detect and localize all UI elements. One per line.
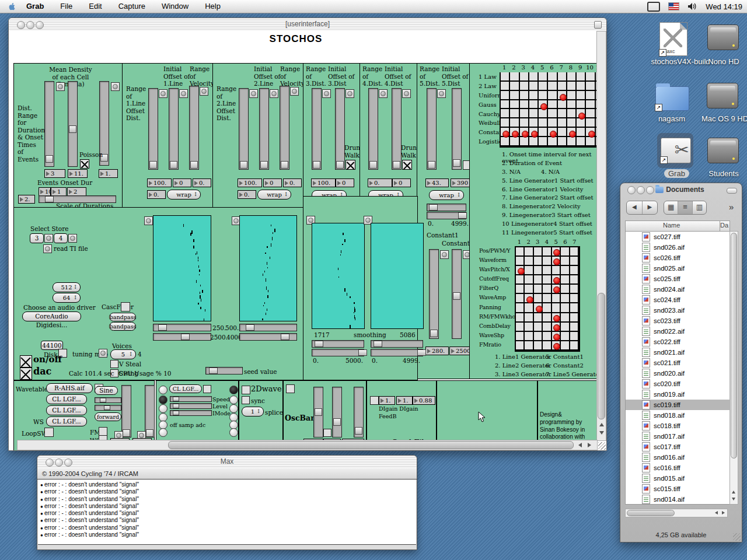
select-toggle[interactable]	[44, 234, 53, 243]
scroll-up-arrow[interactable]	[732, 491, 735, 494]
slider-toggle[interactable]	[249, 89, 258, 98]
file-row[interactable]: snd022.aif	[626, 326, 729, 337]
name-column-header[interactable]: Name	[663, 222, 680, 229]
file-row[interactable]: sc017.tiff	[626, 442, 729, 452]
window-titlebar[interactable]: [userinterface]	[9, 18, 606, 32]
dist4-range-slider[interactable]	[368, 88, 378, 170]
pstart-slider[interactable]	[121, 385, 131, 438]
numbox[interactable]: 0	[392, 178, 411, 187]
constant1-slider[interactable]	[429, 249, 439, 339]
num-slider[interactable]	[313, 387, 323, 438]
dist5-hslider-2[interactable]	[427, 212, 466, 219]
crossmod-radio-l3[interactable]	[159, 404, 167, 413]
file-row[interactable]: sc020.tiff	[626, 379, 729, 389]
file-row[interactable]: snd023.aif	[626, 305, 729, 316]
crossmod-radio-r1[interactable]	[229, 386, 238, 394]
numbox[interactable]: 100.	[147, 178, 172, 187]
combfilter-checkbox[interactable]	[370, 396, 379, 405]
slider-toggle[interactable]	[345, 89, 354, 98]
grid1-matrix[interactable]	[500, 72, 605, 148]
file-row[interactable]: sc022.tiff	[626, 337, 729, 347]
file-row[interactable]: sc015.tiff	[626, 484, 729, 494]
displays-menu-icon[interactable]	[647, 2, 660, 12]
scope1-slider-1[interactable]	[153, 324, 211, 331]
file-row[interactable]: snd025.aif	[626, 263, 729, 274]
numbox[interactable]: 1.	[99, 169, 118, 178]
scroll-down-arrow[interactable]	[732, 498, 735, 501]
slider-toggle[interactable]	[159, 89, 167, 98]
wavetable-lgf-button-1[interactable]: CL LGF...	[46, 394, 87, 404]
bandpass-button-1[interactable]: bandpass	[109, 313, 136, 321]
back-button[interactable]	[627, 201, 642, 214]
splice-dropdown[interactable]: 1	[242, 407, 264, 416]
line2-range-slider[interactable]	[239, 88, 249, 170]
slider-toggle[interactable]	[56, 82, 65, 91]
menu-item[interactable]: Help	[197, 0, 229, 13]
desktop-icon-nono-hd[interactable]: Nono HD	[703, 24, 744, 71]
pstop-slider[interactable]	[145, 385, 155, 438]
numbox[interactable]: 1	[51, 187, 67, 196]
wavetable-lgf-button-2[interactable]: CL LGF...	[46, 405, 87, 415]
column-view-button[interactable]	[692, 201, 706, 214]
slider-toggle[interactable]	[437, 89, 446, 98]
drunk-walk-checkbox[interactable]	[402, 160, 412, 170]
slider-toggle[interactable]	[440, 250, 449, 259]
vector-size-dropdown[interactable]: 64	[53, 293, 81, 303]
oscbank-checkbox[interactable]	[286, 384, 295, 393]
scroll-left-arrow[interactable]	[578, 443, 582, 447]
bandpass-button-2[interactable]: bandpass	[109, 322, 136, 331]
scope3-slider-1[interactable]	[312, 340, 364, 348]
horizontal-scrollbar[interactable]	[17, 440, 598, 450]
read-ti-toggle[interactable]	[43, 244, 52, 253]
date-column-header[interactable]: Da	[720, 222, 728, 229]
scope2-slider-2[interactable]	[239, 333, 297, 341]
wrap-dropdown[interactable]: wrap	[429, 190, 464, 200]
scroll-right-arrow[interactable]	[588, 443, 591, 447]
dist5-hslider-1[interactable]	[427, 204, 466, 211]
crossmod-radio-r2[interactable]	[229, 396, 238, 404]
wavetable-slider-2[interactable]	[95, 405, 121, 411]
numbox[interactable]: 100.	[238, 178, 262, 187]
finder-vscroll-thumb[interactable]	[731, 233, 737, 459]
dist3-range-slider[interactable]	[312, 88, 322, 170]
file-row[interactable]: snd021.aif	[626, 347, 729, 358]
file-row[interactable]: snd019.aif	[626, 389, 729, 400]
numbox[interactable]: 0.	[368, 178, 392, 187]
scroll-left-arrow[interactable]	[715, 511, 718, 514]
toolbar-overflow-chevron[interactable]	[729, 202, 734, 212]
finder-vscrollbar[interactable]	[729, 231, 738, 505]
desktop-icon-nagasm[interactable]: nagasm	[652, 83, 693, 130]
scope3-slider-2[interactable]	[312, 349, 364, 356]
scope4-slider-1[interactable]	[371, 340, 423, 348]
windowshade-icon[interactable]	[594, 21, 602, 29]
line1-velocity-slider[interactable]	[189, 86, 199, 170]
horizontal-scroll-thumb[interactable]	[168, 441, 574, 449]
numbox[interactable]: 0.	[283, 178, 302, 187]
buffer-size-dropdown[interactable]: 512	[53, 282, 81, 292]
numbox[interactable]: 100.	[311, 178, 336, 187]
numbox[interactable]: 3	[44, 169, 65, 178]
sync-checkbox[interactable]	[242, 396, 250, 404]
speed-slider[interactable]	[170, 396, 212, 402]
file-row[interactable]: snd020.aif	[626, 368, 729, 379]
crossmod-radio-r6[interactable]	[229, 428, 238, 437]
scope4-slider-2[interactable]	[371, 349, 423, 356]
slider-toggle[interactable]	[379, 89, 388, 98]
line1-range-slider[interactable]	[148, 88, 158, 170]
tuning-map-toggle[interactable]	[99, 349, 107, 358]
wavetable-slider-1[interactable]	[95, 397, 121, 403]
dist5-range-slider[interactable]	[427, 88, 437, 170]
wavetable-lgf-button-3[interactable]: CL LGF...	[46, 416, 87, 426]
wavetable-file-button[interactable]: R-AHS.aif	[46, 383, 93, 393]
file-row[interactable]: sc018.tiff	[626, 421, 729, 431]
file-row[interactable]: sc026.tiff	[626, 253, 729, 263]
numbox[interactable]: 2	[67, 187, 86, 196]
constant2-slider[interactable]	[452, 249, 462, 339]
file-row[interactable]: sc019.tiff	[626, 400, 729, 410]
numbox[interactable]: 11.	[68, 169, 88, 178]
desktop-icon-students[interactable]: Students	[701, 138, 746, 184]
file-row[interactable]: snd026.aif	[626, 242, 729, 253]
slider-toggle[interactable]	[270, 89, 278, 98]
seed-slider[interactable]	[205, 367, 243, 374]
numbox[interactable]: 0	[336, 178, 354, 187]
